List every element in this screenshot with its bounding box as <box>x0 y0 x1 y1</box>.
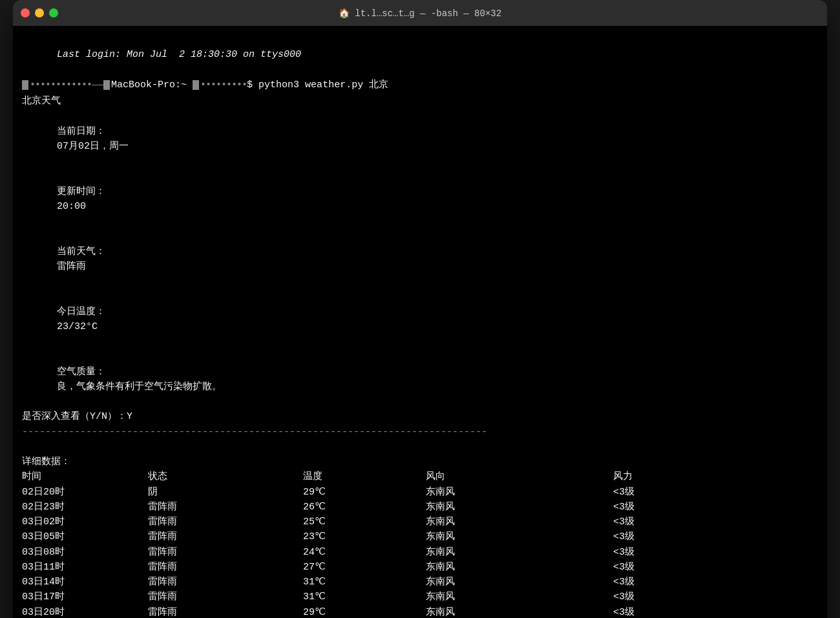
table-row: 03日17时雷阵雨31℃东南风<3级 <box>22 590 818 604</box>
detail-header: 详细数据： <box>22 454 818 469</box>
update-time-value: 20:00 <box>57 201 86 212</box>
divider-1: ----------------------------------------… <box>22 425 818 440</box>
air-value: 良，气象条件有利于空气污染物扩散。 <box>57 381 222 392</box>
cell-wind-dir: 东南风 <box>426 605 613 619</box>
cell-temp: 31℃ <box>303 575 426 590</box>
cell-wind-dir: 东南风 <box>426 529 613 544</box>
weather-label: 当前天气： <box>57 246 105 257</box>
prompt-block-3 <box>193 80 199 90</box>
login-text: Last login: Mon Jul 2 18:30:30 on ttys00… <box>57 49 301 60</box>
header-time: 时间 <box>22 469 148 484</box>
table-row: 03日14时雷阵雨31℃东南风<3级 <box>22 575 818 590</box>
cell-temp: 25℃ <box>303 515 426 529</box>
prompt-host: MacBook-Pro:~ <box>111 78 193 92</box>
cell-time: 02日20时 <box>22 485 148 500</box>
header-wind-power: 风力 <box>613 469 710 484</box>
cell-status: 雷阵雨 <box>148 500 303 515</box>
weather-value: 雷阵雨 <box>57 261 86 272</box>
cell-wind-power: <3级 <box>613 529 710 544</box>
cell-time: 02日23时 <box>22 500 148 515</box>
cell-wind-power: <3级 <box>613 590 710 604</box>
cell-status: 雷阵雨 <box>148 590 303 604</box>
cell-wind-power: <3级 <box>613 515 710 529</box>
cell-time: 03日17时 <box>22 590 148 604</box>
cell-wind-power: <3级 <box>613 545 710 560</box>
titlebar: 🏠 lt.l…sc…t…g — -bash — 80×32 <box>13 0 827 26</box>
blank-1 <box>22 440 818 454</box>
cell-wind-power: <3级 <box>613 500 710 515</box>
cell-temp: 24℃ <box>303 545 426 560</box>
update-time-label: 更新时间： <box>57 186 105 197</box>
current-date-value: 07月02日，周一 <box>57 141 129 152</box>
login-line: Last login: Mon Jul 2 18:30:30 on ttys00… <box>22 32 818 78</box>
prompt-block-2 <box>103 80 110 90</box>
temp-label: 今日温度： <box>57 306 105 317</box>
cell-wind-dir: 东南风 <box>426 485 613 500</box>
cell-status: 雷阵雨 <box>148 515 303 529</box>
cell-time: 03日20时 <box>22 605 148 619</box>
header-wind-dir: 风向 <box>426 469 613 484</box>
query-detail-line: 是否深入查看（Y/N）：Y <box>22 409 818 424</box>
header-status: 状态 <box>148 469 303 484</box>
temp-value: 23/32°C <box>57 321 98 332</box>
table-row: 03日05时雷阵雨23℃东南风<3级 <box>22 529 818 544</box>
table-row: 02日20时阴29℃东南风<3级 <box>22 485 818 500</box>
air-line: 空气质量： 良，气象条件有利于空气污染物扩散。 <box>22 349 818 409</box>
cell-time: 03日08时 <box>22 545 148 560</box>
terminal-window: 🏠 lt.l…sc…t…g — -bash — 80×32 Last login… <box>13 0 827 618</box>
table-header-row: 时间 状态 温度 风向 风力 <box>22 469 818 484</box>
prompt-dots-1: •••••••••••• <box>30 78 92 92</box>
minimize-button[interactable] <box>35 8 44 17</box>
table-row: 02日23时雷阵雨26℃东南风<3级 <box>22 500 818 515</box>
air-label: 空气质量： <box>57 367 105 378</box>
temp-line: 今日温度： 23/32°C <box>22 289 818 349</box>
window-title: 🏠 lt.l…sc…t…g — -bash — 80×32 <box>339 8 501 19</box>
maximize-button[interactable] <box>49 8 58 17</box>
cell-wind-dir: 东南风 <box>426 560 613 575</box>
prompt-separator: —— <box>92 78 103 92</box>
table-row: 03日02时雷阵雨25℃东南风<3级 <box>22 515 818 529</box>
weather-table: 02日20时阴29℃东南风<3级02日23时雷阵雨26℃东南风<3级03日02时… <box>22 485 818 619</box>
cell-status: 雷阵雨 <box>148 605 303 619</box>
cell-status: 雷阵雨 <box>148 529 303 544</box>
cell-wind-dir: 东南风 <box>426 545 613 560</box>
prompt-block-1 <box>22 80 28 90</box>
cell-temp: 31℃ <box>303 590 426 604</box>
cell-time: 03日14时 <box>22 575 148 590</box>
cell-wind-power: <3级 <box>613 575 710 590</box>
cell-temp: 29℃ <box>303 485 426 500</box>
terminal-body[interactable]: Last login: Mon Jul 2 18:30:30 on ttys00… <box>13 26 827 618</box>
current-date-line: 当前日期： 07月02日，周一 <box>22 109 818 169</box>
cell-time: 03日05时 <box>22 529 148 544</box>
table-row: 03日11时雷阵雨27℃东南风<3级 <box>22 560 818 575</box>
cell-status: 阴 <box>148 485 303 500</box>
cell-status: 雷阵雨 <box>148 560 303 575</box>
cell-temp: 26℃ <box>303 500 426 515</box>
command-line: •••••••••••• —— MacBook-Pro:~ ••••••••• … <box>22 78 818 92</box>
current-date-label: 当前日期： <box>57 126 105 137</box>
cell-temp: 23℃ <box>303 529 426 544</box>
traffic-lights <box>21 8 58 17</box>
cell-temp: 27℃ <box>303 560 426 575</box>
cell-time: 03日02时 <box>22 515 148 529</box>
cell-wind-power: <3级 <box>613 605 710 619</box>
prompt-dollar: $ <box>247 78 258 92</box>
cell-wind-dir: 东南风 <box>426 575 613 590</box>
cell-wind-dir: 东南风 <box>426 515 613 529</box>
cell-wind-dir: 东南风 <box>426 590 613 604</box>
cell-wind-dir: 东南风 <box>426 500 613 515</box>
command-text: python3 weather.py 北京 <box>258 78 388 92</box>
update-time-line: 更新时间： 20:00 <box>22 169 818 229</box>
table-row: 03日08时雷阵雨24℃东南风<3级 <box>22 545 818 560</box>
prompt-dots-2: ••••••••• <box>200 78 247 92</box>
cell-temp: 29℃ <box>303 605 426 619</box>
header-temp: 温度 <box>303 469 426 484</box>
close-button[interactable] <box>21 8 30 17</box>
cell-wind-power: <3级 <box>613 485 710 500</box>
cell-wind-power: <3级 <box>613 560 710 575</box>
cell-status: 雷阵雨 <box>148 575 303 590</box>
cell-time: 03日11时 <box>22 560 148 575</box>
cell-status: 雷阵雨 <box>148 545 303 560</box>
weather-title: 北京天气 <box>22 94 818 109</box>
weather-line: 当前天气： 雷阵雨 <box>22 229 818 289</box>
